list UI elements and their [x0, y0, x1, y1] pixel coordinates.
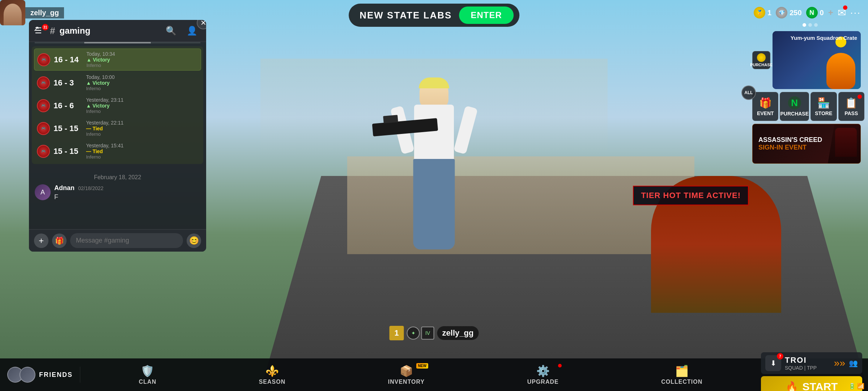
- character-badge: 1 ✦ IV zelly_gg: [390, 326, 479, 340]
- message-time: 02/18/2022: [78, 185, 103, 191]
- carousel-dots: [752, 22, 868, 28]
- chat-emoji-button[interactable]: 😊: [187, 234, 201, 248]
- nav-clan[interactable]: 🛡️ CLAN: [132, 365, 163, 385]
- chat-menu-button[interactable]: ☰ 31: [35, 26, 46, 35]
- silver-currency[interactable]: 💎 250: [776, 7, 801, 18]
- promo-character: [814, 33, 861, 89]
- troi-name: TROI: [785, 356, 830, 365]
- season-label: SEASON: [259, 379, 286, 385]
- chat-notification-badge: 31: [42, 24, 48, 30]
- match-result: — Tied: [86, 126, 198, 131]
- silver-value: 250: [790, 9, 801, 17]
- player-name-display: zelly_gg: [25, 7, 64, 18]
- ac-title: ASSASSIN'S CREED: [758, 136, 822, 144]
- troi-card[interactable]: ⬇ 7 TROI SQUAD | TPP »» 👥: [761, 352, 862, 374]
- event-label: EVENT: [757, 110, 774, 116]
- chat-messages: February 18, 2022 A Adnan 02/18/2022 F: [29, 167, 206, 229]
- match-badge: 🎮: [37, 145, 50, 158]
- upgrade-icon: ⚙️: [536, 365, 550, 377]
- chat-message: A Adnan 02/18/2022 F: [35, 184, 200, 201]
- purchase-action[interactable]: PURCHASE: [752, 51, 770, 69]
- match-score: 15 - 15: [54, 147, 82, 156]
- match-history: 🎮 16 - 14 Today, 10:34 ▲ Victory Inferno…: [32, 46, 203, 164]
- mail-button[interactable]: ✉: [838, 7, 846, 19]
- match-score: 15 - 15: [54, 124, 82, 133]
- ac-subtitle: SIGN-IN EVENT: [758, 144, 822, 151]
- chat-input[interactable]: [70, 233, 183, 248]
- match-map: Inferno: [86, 154, 198, 160]
- bottom-bar: FRIENDS 🛡️ CLAN ⚜️ SEASON NEW 📦 INVENTOR…: [0, 358, 868, 391]
- match-details: Today, 10:00 ▲ Victory Inferno: [86, 74, 198, 91]
- match-map: Inferno: [86, 63, 198, 68]
- all-button[interactable]: ALL: [741, 85, 756, 100]
- chat-scroll-indicator: [84, 42, 150, 43]
- player-avatar[interactable]: [0, 0, 25, 25]
- promo-card[interactable]: Yum-yum Squadron Crate: [773, 31, 861, 89]
- match-result: ▲ Victory: [86, 103, 198, 109]
- friends-section[interactable]: FRIENDS: [0, 367, 80, 383]
- quick-actions: 🎁 EVENT N PURCHASE 🏪 STORE 📋 PASS: [752, 92, 868, 121]
- match-map: Inferno: [86, 131, 198, 137]
- chat-hash-symbol: #: [50, 25, 55, 37]
- message-avatar: A: [35, 184, 51, 200]
- troi-players-icon: 👥: [849, 359, 858, 367]
- message-username: Adnan: [54, 184, 75, 192]
- nsl-banner: NEW STATE LABS ENTER: [349, 4, 519, 27]
- more-options-button[interactable]: ···: [850, 7, 861, 18]
- store-button[interactable]: 🏪 STORE: [810, 92, 837, 121]
- nsl-enter-button[interactable]: ENTER: [459, 7, 513, 24]
- pass-button[interactable]: 📋 PASS: [838, 92, 864, 121]
- chat-channel-name: gaming: [59, 26, 158, 36]
- troi-info: TROI SQUAD | TPP: [785, 356, 830, 371]
- match-time: Yesterday, 22:11: [86, 120, 198, 126]
- match-score: 16 - 6: [54, 101, 82, 110]
- gold-icon: 🏅: [754, 7, 765, 18]
- clan-icon: 🛡️: [141, 365, 154, 377]
- match-map: Inferno: [86, 86, 198, 91]
- match-details: Yesterday, 22:11 — Tied Inferno: [86, 120, 198, 137]
- pass-icon: 📋: [845, 97, 858, 109]
- carousel-dot[interactable]: [808, 23, 812, 27]
- chat-search-button[interactable]: 🔍: [163, 24, 179, 37]
- badge-icon-green: ✦: [407, 327, 420, 340]
- match-row[interactable]: 🎮 15 - 15 Yesterday, 22:11 — Tied Infern…: [34, 118, 201, 139]
- chat-scroll-bar: [35, 42, 200, 43]
- troi-download-button[interactable]: ⬇ 7: [765, 355, 781, 371]
- nav-inventory[interactable]: NEW 📦 INVENTORY: [381, 365, 432, 385]
- purchase-coin-icon: [757, 53, 766, 62]
- gold-currency[interactable]: 🏅 1: [754, 7, 771, 18]
- add-currency-button[interactable]: +: [828, 8, 833, 18]
- upgrade-label: UPGRADE: [527, 379, 559, 385]
- friends-avatars: [7, 367, 35, 383]
- match-row[interactable]: 🎮 16 - 14 Today, 10:34 ▲ Victory Inferno: [34, 49, 201, 71]
- event-icon: 🎁: [759, 97, 772, 109]
- match-score: 16 - 14: [54, 55, 83, 64]
- badge-level: 1: [390, 326, 404, 340]
- nav-collection[interactable]: 🗂️ COLLECTION: [654, 365, 710, 385]
- ac-character-art: [828, 124, 860, 163]
- match-row[interactable]: 🎮 16 - 3 Today, 10:00 ▲ Victory Inferno: [34, 72, 201, 93]
- match-time: Yesterday, 15:41: [86, 143, 198, 148]
- carousel-dot[interactable]: [814, 23, 818, 27]
- event-button[interactable]: 🎁 EVENT: [752, 92, 778, 121]
- mail-notification: [843, 5, 847, 10]
- carousel-dot[interactable]: [803, 23, 806, 27]
- inventory-label: INVENTORY: [388, 379, 425, 385]
- troi-arrows-icon: »»: [834, 357, 845, 369]
- nav-upgrade[interactable]: ⚙️ UPGRADE: [520, 365, 566, 385]
- n-currency[interactable]: N 0: [806, 7, 824, 18]
- ac-banner[interactable]: ASSASSIN'S CREED SIGN-IN EVENT: [752, 124, 861, 164]
- match-row[interactable]: 🎮 15 - 15 Yesterday, 15:41 — Tied Infern…: [34, 140, 201, 162]
- chat-gift-button[interactable]: 🎁: [52, 234, 67, 248]
- gold-value: 1: [767, 9, 771, 17]
- match-row[interactable]: 🎮 16 - 6 Yesterday, 23:11 ▲ Victory Infe…: [34, 95, 201, 116]
- friend-avatar: [20, 367, 35, 383]
- match-time: Today, 10:00: [86, 74, 198, 80]
- match-time: Yesterday, 23:11: [86, 97, 198, 103]
- nav-season[interactable]: ⚜️ SEASON: [252, 365, 293, 385]
- chat-add-button[interactable]: +: [34, 234, 48, 248]
- start-label: START: [803, 381, 838, 391]
- pass-notification: [858, 94, 862, 99]
- start-button[interactable]: 🔥 START: [761, 376, 862, 391]
- purchase-button[interactable]: N PURCHASE: [780, 92, 809, 121]
